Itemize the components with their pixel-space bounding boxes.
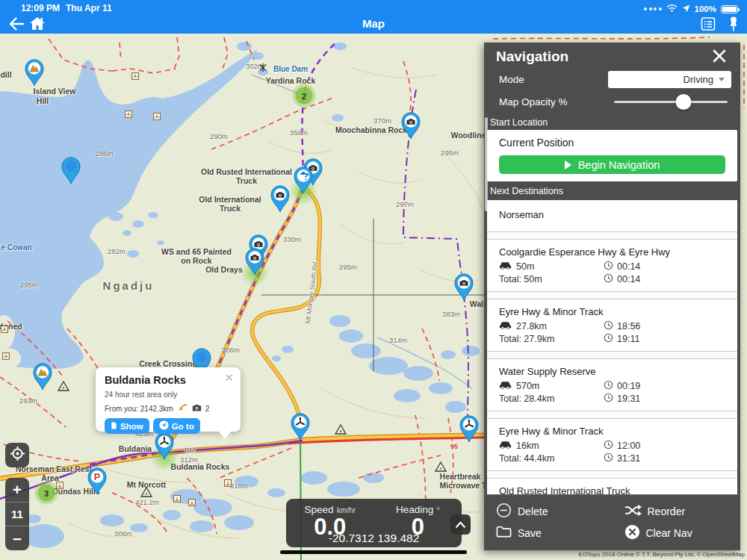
panel-actions: Delete Reorder Save Clear Nav (484, 494, 740, 550)
hut-pin (188, 496, 196, 509)
destination-total-distance: Total: 27.9km (499, 334, 554, 344)
panel-scrollbar[interactable] (485, 117, 488, 211)
triangle-pin (140, 487, 152, 500)
mountain-pin[interactable] (25, 59, 45, 87)
mode-dropdown[interactable]: Driving (608, 71, 731, 88)
destination-item[interactable]: Old Rusted International Truck 33.8km 02… (487, 478, 737, 494)
home-indicator[interactable] (280, 550, 467, 554)
pin-button[interactable] (725, 15, 744, 33)
mine-pin (1, 323, 8, 336)
cellular-icon (644, 7, 662, 10)
top-bar: 12:09 PM Thu Apr 11 100% Map (0, 0, 747, 34)
close-icon[interactable]: ✕ (224, 372, 234, 383)
page-title: Map (0, 17, 747, 30)
mine-pin (2, 349, 10, 363)
destination-name: Coolgardie Esperance Hwy & Eyre Hwy (499, 246, 725, 258)
start-location-header: Start Location (484, 113, 740, 130)
green-num-pin[interactable]: 3 (38, 485, 55, 502)
coordinates-readout: -20.7312 139.482 (286, 532, 462, 545)
delete-label: Delete (518, 505, 548, 517)
car-icon (499, 440, 512, 451)
mode-value: Driving (684, 74, 713, 85)
battery-icon (721, 5, 738, 13)
play-icon (565, 161, 571, 169)
mine-pin (131, 69, 139, 83)
goto-button-label: Go to (172, 422, 194, 431)
camera-pin[interactable] (401, 112, 421, 140)
panel-title: Navigation (496, 49, 568, 65)
mine-pin (153, 110, 161, 123)
triangle-pin (435, 461, 447, 475)
nav-bar: Map (0, 15, 747, 34)
zoom-in-button[interactable]: + (5, 478, 29, 502)
shuffle-icon (624, 504, 642, 519)
roadbook-button[interactable] (699, 15, 719, 33)
opacity-slider[interactable] (614, 93, 728, 110)
plane-pin[interactable] (155, 432, 175, 460)
green-num-pin[interactable]: 2 (296, 87, 313, 105)
zoom-control: + 11 − (5, 478, 29, 550)
slider-thumb[interactable] (675, 94, 691, 110)
destination-distance: 570m (516, 381, 539, 391)
cluster-count: 2 (296, 87, 313, 105)
document-icon (111, 421, 117, 432)
goto-button[interactable]: Go to (153, 418, 200, 434)
popup-photo-count: 2 (205, 405, 210, 413)
begin-navigation-button[interactable]: Begin Navigation (499, 155, 725, 174)
destination-item[interactable]: Coolgardie Esperance Hwy & Eyre Hwy 50m … (487, 239, 737, 292)
navigation-panel: Navigation Mode Driving Map Opacity % St… (484, 43, 740, 550)
dot-pin[interactable] (61, 157, 81, 184)
hut-pin (56, 479, 63, 492)
camera-pin[interactable] (270, 185, 291, 213)
destination-item[interactable]: Water Supply Reserve 570m 00:19 Total: 2… (487, 358, 737, 411)
mountain-pin[interactable] (33, 363, 53, 391)
destination-total-eta: 00:14 (617, 274, 640, 284)
next-destinations-header: Next Destinations (484, 181, 740, 199)
speed-heading-hud: Speed km/hr 0.0 Heading ° 0 -20.7312 139… (286, 499, 462, 547)
clock-icon (604, 320, 613, 332)
status-date: Thu Apr 11 (66, 3, 112, 13)
save-label: Save (518, 527, 542, 539)
show-button[interactable]: Show (105, 418, 149, 434)
destination-item[interactable]: Eyre Hwy & Minor Track 16km 12:00 Total:… (487, 418, 737, 471)
map-attribution: EOTopo 2018 Online © T.T. Beyond Pty Ltd… (579, 551, 745, 558)
waypoint-popup: Buldania Rocks ✕ 24 hour rest area only … (96, 367, 241, 432)
close-icon[interactable] (712, 49, 728, 65)
cluster-count: 3 (38, 485, 55, 502)
destination-distance: 27.8km (516, 321, 547, 332)
camera-pin[interactable] (454, 273, 474, 301)
car-icon (499, 320, 512, 332)
destination-distance: 50m (516, 261, 534, 272)
save-button[interactable]: Save (484, 522, 613, 544)
reorder-button[interactable]: Reorder (613, 500, 741, 522)
zoom-out-button[interactable]: − (5, 526, 29, 550)
camera-pin[interactable] (245, 248, 265, 276)
reorder-label: Reorder (648, 505, 686, 517)
plane-pin[interactable] (291, 413, 311, 441)
clear-nav-button[interactable]: Clear Nav (613, 522, 741, 544)
destination-total-eta: 19:31 (617, 393, 640, 404)
park-pin[interactable]: P (87, 467, 108, 495)
destination-name: Old Rusted International Truck (499, 485, 725, 494)
hud-expand-button[interactable] (450, 514, 471, 535)
mine-pin (125, 108, 132, 121)
tap-pin[interactable] (294, 167, 314, 194)
status-bar: 12:09 PM Thu Apr 11 100% (0, 0, 747, 15)
destination-eta: 00:19 (617, 381, 640, 391)
destination-eta: 18:56 (617, 321, 640, 332)
popup-title: Buldania Rocks (105, 374, 232, 386)
delete-button[interactable]: Delete (484, 500, 613, 522)
destination-item[interactable]: Eyre Hwy & Minor Track 27.8km 18:56 Tota… (487, 299, 737, 352)
show-button-label: Show (120, 422, 143, 431)
car-icon (499, 261, 512, 272)
current-position-label: Current Position (499, 137, 725, 149)
mode-label: Mode (499, 74, 524, 85)
destination-total-distance: Total: 44.4km (499, 453, 554, 464)
clock-icon (604, 380, 613, 392)
popup-tail (218, 431, 232, 439)
clock-icon (604, 440, 613, 452)
locate-button[interactable] (5, 443, 29, 467)
plane-pin[interactable] (459, 415, 480, 443)
camera-icon (192, 404, 202, 413)
destination-item[interactable]: Norseman (487, 200, 737, 232)
